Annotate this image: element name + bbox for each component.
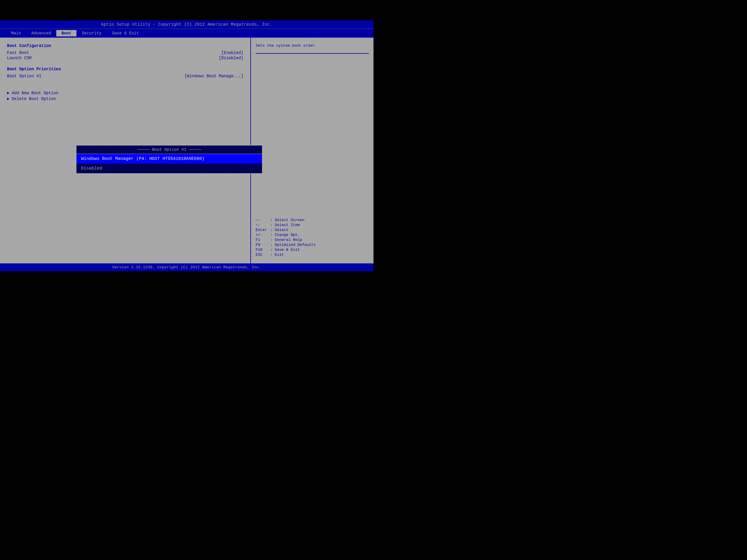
key-name: F10 bbox=[256, 248, 270, 252]
popup-item[interactable]: Windows Boot Manager (P4: HGST HTS541010… bbox=[76, 154, 262, 164]
popup-item[interactable]: Disabled bbox=[76, 164, 262, 173]
title-text: Aptio Setup Utility - Copyright (C) 2012… bbox=[101, 22, 273, 27]
key-desc: : General Help bbox=[270, 238, 302, 242]
menu-item-advanced[interactable]: Advanced bbox=[26, 30, 56, 36]
key-row: +/-: Change Opt. bbox=[256, 233, 369, 237]
key-row: ESC: Exit bbox=[256, 252, 369, 257]
boot-option1-value: [Windows Boot Manage...] bbox=[184, 74, 243, 78]
add-new-boot-option[interactable]: ► Add New Boot Option bbox=[7, 91, 243, 96]
boot-config-header: Boot Configuration bbox=[7, 44, 243, 48]
key-name: ←→ bbox=[256, 218, 270, 222]
menu-item-save-and-exit[interactable]: Save & Exit bbox=[107, 30, 144, 36]
key-name: ↑↓ bbox=[256, 223, 270, 227]
key-row: F9: Optimized Defaults bbox=[256, 243, 369, 247]
key-name: Enter bbox=[256, 228, 270, 232]
key-desc: : Change Opt. bbox=[270, 233, 300, 237]
key-desc: : Optimized Defaults bbox=[270, 243, 316, 247]
title-bar: Aptio Setup Utility - Copyright (C) 2012… bbox=[0, 20, 374, 29]
arrow-icon-add: ► bbox=[7, 91, 9, 96]
fast-boot-label: Fast Boot bbox=[7, 50, 29, 55]
key-name: +/- bbox=[256, 233, 270, 237]
key-name: F9 bbox=[256, 243, 270, 247]
delete-boot-option[interactable]: ► Delete Boot Option bbox=[7, 97, 243, 101]
fast-boot-value: [Enabled] bbox=[221, 50, 243, 55]
boot-option-popup[interactable]: ───── Boot Option #1 ───── Windows Boot … bbox=[76, 145, 263, 174]
main-content: Boot Configuration Fast Boot [Enabled] L… bbox=[0, 37, 374, 263]
add-new-boot-label: Add New Boot Option bbox=[12, 91, 58, 96]
boot-priorities-header: Boot Option Priorities bbox=[7, 67, 243, 72]
menu-item-main[interactable]: Main bbox=[6, 30, 26, 36]
arrow-icon-delete: ► bbox=[7, 97, 9, 101]
key-desc: : Exit bbox=[270, 252, 284, 257]
right-divider bbox=[256, 53, 369, 54]
key-row: F1: General Help bbox=[256, 238, 369, 242]
key-desc: : Select Item bbox=[270, 223, 300, 227]
key-row: F10: Save & Exit bbox=[256, 248, 369, 252]
bios-screen: Aptio Setup Utility - Copyright (C) 2012… bbox=[0, 0, 374, 280]
top-black-bar bbox=[0, 0, 374, 20]
bottom-bar: Version 2.15.1236. Copyright (C) 2012 Am… bbox=[0, 263, 374, 271]
key-row: ↑↓: Select Item bbox=[256, 223, 369, 227]
boot-option1-row[interactable]: Boot Option #1 [Windows Boot Manage...] bbox=[7, 74, 243, 78]
boot-option1-label: Boot Option #1 bbox=[7, 74, 42, 78]
popup-title: ───── Boot Option #1 ───── bbox=[76, 145, 262, 154]
bottom-black-bar bbox=[0, 271, 374, 280]
launch-csm-label: Launch CSM bbox=[7, 56, 31, 60]
key-desc: : Save & Exit bbox=[270, 248, 300, 252]
right-panel: Sets the system boot order ←→: Select Sc… bbox=[251, 37, 374, 263]
key-name: F1 bbox=[256, 238, 270, 242]
help-text: Sets the system boot order bbox=[256, 44, 369, 48]
fast-boot-row[interactable]: Fast Boot [Enabled] bbox=[7, 50, 243, 55]
delete-boot-label: Delete Boot Option bbox=[12, 97, 56, 101]
launch-csm-row[interactable]: Launch CSM [Disabled] bbox=[7, 56, 243, 60]
menu-bar[interactable]: MainAdvancedBootSecuritySave & Exit bbox=[0, 29, 374, 37]
key-name: ESC bbox=[256, 252, 270, 257]
key-row: ←→: Select Screen bbox=[256, 218, 369, 222]
key-row: Enter: Select bbox=[256, 228, 369, 232]
bottom-text: Version 2.15.1236. Copyright (C) 2012 Am… bbox=[112, 265, 261, 269]
launch-csm-value: [Disabled] bbox=[219, 56, 243, 60]
menu-item-security[interactable]: Security bbox=[76, 30, 106, 36]
key-desc: : Select bbox=[270, 228, 288, 232]
key-desc: : Select Screen bbox=[270, 218, 304, 222]
menu-item-boot[interactable]: Boot bbox=[56, 30, 77, 36]
key-legend: ←→: Select Screen↑↓: Select ItemEnter: S… bbox=[256, 218, 369, 258]
